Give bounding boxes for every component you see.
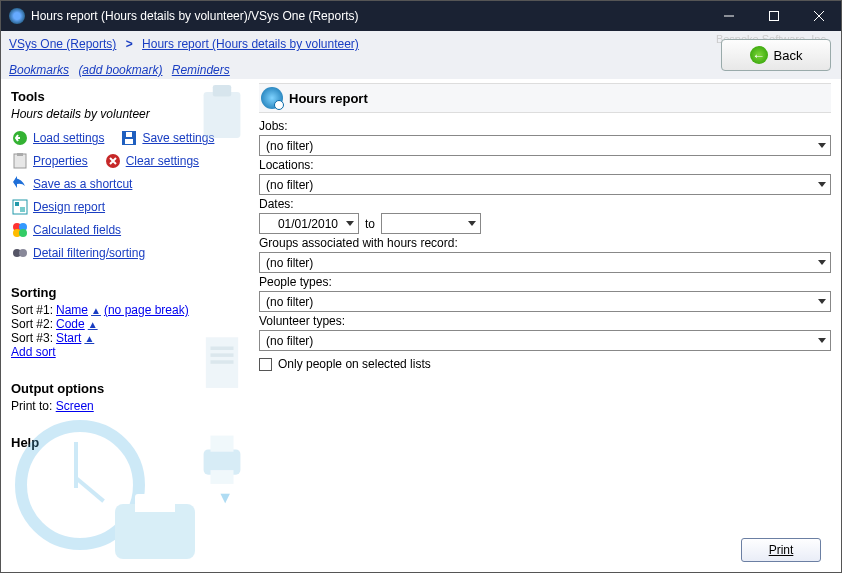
crumb-links: Bookmarks (add bookmark) Reminders bbox=[9, 63, 236, 77]
svg-rect-14 bbox=[14, 154, 26, 168]
svg-rect-5 bbox=[211, 353, 234, 356]
groups-label: Groups associated with hours record: bbox=[259, 236, 831, 250]
back-arrow-icon: ← bbox=[750, 46, 768, 64]
bookmarks-link[interactable]: Bookmarks bbox=[9, 63, 69, 77]
shortcut-icon bbox=[11, 175, 29, 193]
svg-rect-1 bbox=[204, 92, 241, 138]
jobs-value: (no filter) bbox=[266, 139, 313, 153]
ptypes-label: People types: bbox=[259, 275, 831, 289]
sort1-dir-icon[interactable]: ▲ bbox=[91, 305, 101, 316]
breadcrumb-root[interactable]: VSys One (Reports) bbox=[9, 37, 116, 51]
sort2-link[interactable]: Code bbox=[56, 317, 85, 331]
svg-rect-18 bbox=[15, 202, 19, 206]
date-from-combo[interactable]: 01/01/2010 bbox=[259, 213, 359, 234]
locations-value: (no filter) bbox=[266, 178, 313, 192]
sort3-link[interactable]: Start bbox=[56, 331, 81, 345]
date-to-word: to bbox=[365, 217, 375, 231]
calc-icon bbox=[11, 221, 29, 239]
sort3-label: Sort #3: bbox=[11, 331, 53, 345]
groups-combo[interactable]: (no filter) bbox=[259, 252, 831, 273]
load-settings-link[interactable]: Load settings bbox=[33, 131, 104, 145]
sort3-dir-icon[interactable]: ▲ bbox=[84, 333, 94, 344]
svg-rect-19 bbox=[20, 207, 25, 212]
report-icon bbox=[261, 87, 283, 109]
add-bookmark-link[interactable]: (add bookmark) bbox=[78, 63, 162, 77]
sort2-dir-icon[interactable]: ▲ bbox=[88, 319, 98, 330]
detail-filtering-link[interactable]: Detail filtering/sorting bbox=[33, 246, 145, 260]
date-to-combo[interactable] bbox=[381, 213, 481, 234]
app-icon bbox=[9, 8, 25, 24]
close-button[interactable] bbox=[796, 1, 841, 31]
ptypes-combo[interactable]: (no filter) bbox=[259, 291, 831, 312]
window-title: Hours report (Hours details by volunteer… bbox=[31, 9, 706, 23]
print-label: Print bbox=[769, 543, 794, 557]
breadcrumb: VSys One (Reports) > Hours report (Hours… bbox=[9, 37, 359, 51]
dates-label: Dates: bbox=[259, 197, 831, 211]
add-sort-link[interactable]: Add sort bbox=[11, 345, 56, 359]
locations-combo[interactable]: (no filter) bbox=[259, 174, 831, 195]
filter-icon bbox=[11, 244, 29, 262]
save-shortcut-link[interactable]: Save as a shortcut bbox=[33, 177, 132, 191]
printto-link[interactable]: Screen bbox=[56, 399, 94, 413]
properties-icon bbox=[11, 152, 29, 170]
vtypes-label: Volunteer types: bbox=[259, 314, 831, 328]
maximize-button[interactable] bbox=[751, 1, 796, 31]
jobs-combo[interactable]: (no filter) bbox=[259, 135, 831, 156]
sidebar: ▼ Tools Hours details by volunteer Load … bbox=[1, 79, 255, 572]
main-title: Hours report bbox=[289, 91, 368, 106]
svg-point-23 bbox=[19, 229, 27, 237]
svg-rect-0 bbox=[769, 12, 778, 21]
properties-link[interactable]: Properties bbox=[33, 154, 88, 168]
breadcrumb-sep: > bbox=[126, 37, 133, 51]
printto-row: Print to: Screen bbox=[11, 399, 249, 413]
svg-rect-12 bbox=[125, 139, 133, 144]
vtypes-value: (no filter) bbox=[266, 334, 313, 348]
back-label: Back bbox=[774, 48, 803, 63]
design-report-link[interactable]: Design report bbox=[33, 200, 105, 214]
date-from-value: 01/01/2010 bbox=[278, 217, 338, 231]
svg-rect-4 bbox=[211, 347, 234, 350]
svg-rect-2 bbox=[213, 85, 231, 97]
breadcrumb-bar: Bespoke Software, Inc. VSys One (Reports… bbox=[1, 31, 841, 79]
app-window: Hours report (Hours details by volunteer… bbox=[0, 0, 842, 573]
svg-rect-13 bbox=[126, 132, 132, 137]
groups-value: (no filter) bbox=[266, 256, 313, 270]
clear-icon bbox=[104, 152, 122, 170]
ptypes-value: (no filter) bbox=[266, 295, 313, 309]
vtypes-combo[interactable]: (no filter) bbox=[259, 330, 831, 351]
svg-rect-15 bbox=[17, 153, 23, 156]
minimize-button[interactable] bbox=[706, 1, 751, 31]
main-header: Hours report bbox=[259, 83, 831, 113]
sort1-label: Sort #1: bbox=[11, 303, 53, 317]
clipboard-icon bbox=[199, 85, 245, 141]
chevron-down-icon: ▼ bbox=[217, 489, 233, 507]
body: ▼ Tools Hours details by volunteer Load … bbox=[1, 79, 841, 572]
jobs-label: Jobs: bbox=[259, 119, 831, 133]
sorting-header: Sorting bbox=[11, 285, 249, 300]
back-button[interactable]: ← Back bbox=[721, 39, 831, 71]
only-people-label: Only people on selected lists bbox=[278, 357, 431, 371]
clear-settings-link[interactable]: Clear settings bbox=[126, 154, 199, 168]
load-icon bbox=[11, 129, 29, 147]
calculated-fields-link[interactable]: Calculated fields bbox=[33, 223, 121, 237]
only-people-checkbox[interactable] bbox=[259, 358, 272, 371]
svg-point-25 bbox=[19, 249, 27, 257]
print-button[interactable]: Print bbox=[741, 538, 821, 562]
titlebar: Hours report (Hours details by volunteer… bbox=[1, 1, 841, 31]
sort1-link[interactable]: Name bbox=[56, 303, 88, 317]
sort1-pagebreak-link[interactable]: (no page break) bbox=[104, 303, 189, 317]
save-icon bbox=[120, 129, 138, 147]
reminders-link[interactable]: Reminders bbox=[172, 63, 230, 77]
svg-rect-6 bbox=[211, 360, 234, 363]
main-panel: Hours report Jobs: (no filter) Locations… bbox=[255, 79, 841, 572]
document-icon bbox=[199, 335, 245, 391]
sort2-label: Sort #2: bbox=[11, 317, 53, 331]
locations-label: Locations: bbox=[259, 158, 831, 172]
design-icon bbox=[11, 198, 29, 216]
printto-label: Print to: bbox=[11, 399, 52, 413]
clock-art-icon bbox=[5, 420, 215, 570]
breadcrumb-current[interactable]: Hours report (Hours details by volunteer… bbox=[142, 37, 359, 51]
